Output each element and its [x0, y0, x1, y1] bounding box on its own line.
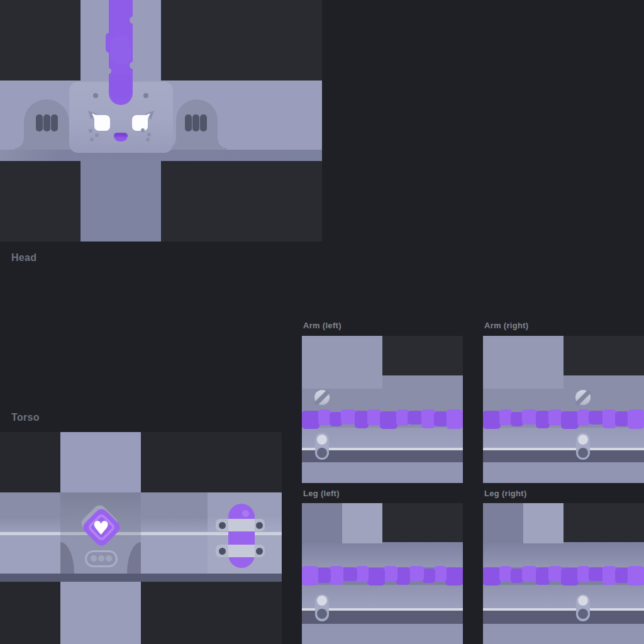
- screw-icon: [575, 390, 591, 405]
- zipper-pull-bottom: [317, 448, 327, 458]
- strap-bolt: [256, 522, 263, 529]
- fur-zigzag-svg: [483, 409, 644, 432]
- freckle: [90, 138, 94, 142]
- cuff-light-band: [483, 624, 644, 644]
- torso-band-mid: [141, 492, 208, 582]
- vent-slot-icon: [43, 114, 50, 131]
- torso-top-face: [60, 432, 141, 492]
- buckle-dot: [106, 555, 112, 562]
- leg-top-dark-square: [382, 503, 463, 542]
- belt-line: [141, 532, 282, 535]
- strap-bolt: [256, 548, 263, 555]
- torso-bottom-face: [60, 582, 141, 644]
- freckle: [141, 128, 145, 132]
- arm-right-section-label: Arm (right): [484, 321, 528, 330]
- cuff-dark-band: [483, 611, 644, 624]
- belt-line: [0, 532, 60, 535]
- zipper-pull-top: [317, 596, 327, 606]
- fur-zigzag-stripe: [302, 566, 463, 589]
- eye-right: [132, 115, 148, 131]
- zipper-pull-bottom: [578, 448, 588, 458]
- hair-stripe-notch: [130, 16, 137, 24]
- arm-top-light-square: [483, 336, 564, 389]
- leg-top-mid-square: [483, 503, 523, 543]
- arm-left-section-label: Arm (left): [303, 321, 341, 330]
- leg-right-texture-tile: [483, 503, 644, 644]
- texture-sheet-page: Head ♥: [0, 0, 644, 644]
- leg-right-section-label: Leg (right): [484, 489, 527, 498]
- leg-left-section-label: Leg (left): [303, 489, 340, 498]
- hair-stripe-notch: [105, 68, 111, 74]
- fur-zigzag-stripe: [302, 409, 463, 432]
- hair-stripe-lump: [110, 74, 131, 99]
- head-section-label: Head: [11, 252, 36, 264]
- torso-hem-strip: [0, 574, 282, 582]
- leg-upper-gradient: [483, 542, 644, 567]
- fur-zigzag-stripe: [483, 409, 644, 432]
- zipper-pull-top: [578, 435, 588, 445]
- capsule: [228, 504, 255, 568]
- cuff-dark-band: [483, 450, 644, 462]
- cuff-light-band: [302, 462, 463, 483]
- screw-icon: [314, 390, 330, 405]
- arm-left-texture-tile: [302, 336, 463, 483]
- torso-section-label: Torso: [11, 412, 40, 423]
- capsule-highlight: [242, 510, 249, 517]
- strap-bolt: [219, 522, 226, 529]
- capsule-strap-center: [228, 519, 255, 531]
- vent-slot-icon: [200, 114, 207, 131]
- zipper-pull-bottom: [578, 609, 588, 619]
- ear-right-fillet: [218, 140, 226, 150]
- forehead-dot: [93, 93, 98, 98]
- arm-right-texture-tile: [483, 336, 644, 483]
- vent-slot-icon: [185, 114, 192, 131]
- arm-top-dark-square: [564, 336, 644, 375]
- freckle: [147, 133, 151, 136]
- leg-top-light-square: [342, 503, 382, 543]
- zipper-pull-top: [578, 596, 588, 606]
- zipper-pull-bottom: [317, 609, 327, 619]
- zipper-pull-top: [317, 435, 327, 445]
- leg-top-light-square: [523, 503, 564, 543]
- buckle-dot: [91, 555, 97, 562]
- screw-slot: [575, 389, 591, 406]
- forehead-dot: [143, 93, 148, 98]
- mouth: [114, 133, 128, 142]
- leg-top-dark-square: [564, 503, 644, 542]
- torso-band-left: [0, 492, 60, 582]
- leg-upper-gradient: [302, 542, 463, 567]
- hair-stripe-lump: [111, 36, 131, 64]
- vent-slot-icon: [36, 114, 43, 131]
- head-texture-tile: [0, 0, 322, 242]
- freckle: [95, 133, 99, 137]
- freckle: [89, 129, 92, 133]
- vent-slot-icon: [51, 114, 58, 131]
- arm-top-dark-square: [382, 336, 463, 375]
- leg-left-texture-tile: [302, 503, 463, 644]
- cuff-light-band: [302, 624, 463, 644]
- fur-zigzag-stripe: [483, 566, 644, 589]
- eye-left: [94, 115, 110, 131]
- torso-texture-tile: ♥: [0, 432, 282, 644]
- arm-top-light-square: [302, 336, 382, 389]
- vent-slot-icon: [192, 114, 199, 131]
- fur-zigzag-svg: [302, 566, 463, 589]
- strap-bolt: [219, 548, 226, 555]
- hair-stripe-notch: [130, 62, 137, 69]
- head-bottom-face: [80, 161, 161, 242]
- heart-icon: ♥: [92, 519, 109, 538]
- capsule-strap-center: [228, 545, 255, 557]
- screw-slot: [314, 389, 330, 406]
- fur-zigzag-svg: [302, 409, 463, 432]
- cuff-light-band: [483, 462, 644, 483]
- leg-top-mid-square: [302, 503, 342, 543]
- freckle: [146, 138, 150, 142]
- ear-left-fillet: [15, 140, 24, 150]
- buckle-dot: [98, 555, 104, 562]
- fur-zigzag-svg: [483, 566, 644, 589]
